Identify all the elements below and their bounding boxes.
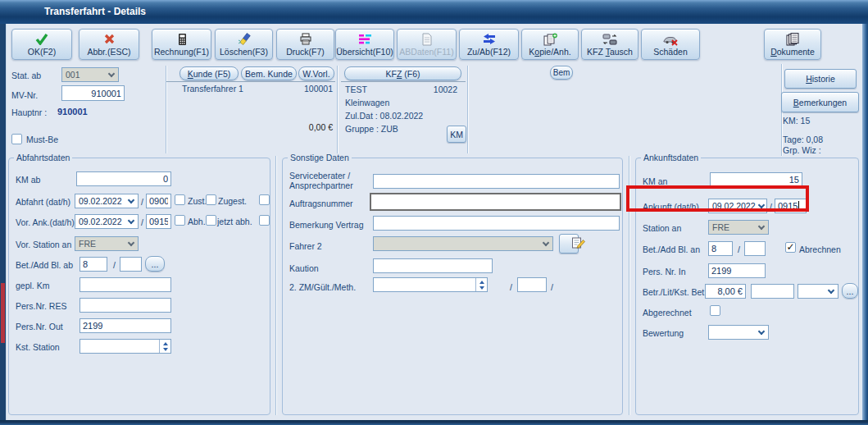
printer-icon (298, 33, 313, 46)
bet-add-an-input-1[interactable] (708, 241, 733, 256)
note-pencil-icon (552, 226, 585, 262)
km-ab-input[interactable] (76, 171, 171, 186)
abh-label: Abh. (188, 217, 206, 226)
jetzt-abh-label: jetzt abh. (217, 217, 252, 226)
druck-button[interactable]: Druck(F7) (276, 29, 334, 60)
abfahrt-label: Abfahrt (dat/h) (16, 197, 70, 207)
vor-ank-time-input[interactable] (146, 214, 171, 229)
ankunft-time-input[interactable]: 0915 (775, 199, 807, 213)
jetzt-abh-checkbox[interactable] (206, 215, 216, 226)
abh-checkbox-1[interactable] (175, 215, 185, 226)
spinner-arrows-icon[interactable] (475, 278, 487, 291)
historie-button[interactable]: Historie (784, 69, 857, 89)
bem-button[interactable]: Bem (550, 66, 573, 80)
spinner-arrows-icon[interactable] (159, 340, 170, 353)
bem-kunde-button[interactable]: Bem. Kunde (241, 66, 297, 80)
kunde-amount: 0,00 € (246, 122, 333, 132)
kfz-class: Kleinwagen (345, 98, 389, 107)
zm-spinner[interactable] (373, 277, 488, 292)
separator-slash: / (141, 217, 143, 227)
kopie-anhang-button[interactable]: Kopie/Anh. (521, 29, 579, 60)
betr-more-button[interactable]: ... (842, 283, 858, 299)
bemerkungen-button[interactable]: Bemerkungen (781, 92, 859, 112)
window-left-border (0, 24, 7, 420)
swap-vehicles-icon (602, 33, 617, 46)
bet-add-ab-input-2[interactable] (120, 257, 142, 272)
kfz-tausch-button[interactable]: KFZ Tausch (581, 29, 639, 60)
window-left-border-red-segment (1, 283, 5, 343)
serviceberater-label-line1: Serviceberater / (289, 171, 350, 181)
kfz-gruppe: Gruppe : ZUB (345, 124, 398, 134)
abrechnen-checkbox[interactable]: ✓ (785, 242, 796, 253)
km-button[interactable]: KM (447, 126, 466, 143)
ok-button[interactable]: OK(F2) (11, 29, 72, 60)
kst-station-spinner[interactable] (80, 339, 171, 354)
transfer-arrows-icon (481, 33, 498, 46)
chevron-down-icon (828, 286, 834, 293)
kunde-button[interactable]: Kunde (F5) (180, 66, 239, 80)
overview-bars-icon (358, 33, 372, 46)
chevron-down-icon (758, 327, 765, 334)
w-vorl-button[interactable]: W.Vorl. (298, 66, 334, 80)
serviceberater-label-line2: Ansprechpartner (289, 181, 353, 190)
bet-add-ab-label: Bet./Add Bl. ab (16, 260, 73, 270)
ankunft-date-dropdown[interactable]: 09.02.2022 (708, 199, 767, 213)
jetzt-abh-checkbox-2[interactable] (259, 215, 270, 226)
must-be-label: Must-Be (26, 135, 58, 144)
pers-nr-res-input[interactable] (80, 298, 171, 313)
zu-ab-button[interactable]: Zu/Ab(F12) (459, 29, 519, 60)
bet-add-ab-input-1[interactable] (80, 257, 107, 272)
sonstige-daten-group: Sonstige Daten Serviceberater / Ansprech… (282, 153, 623, 415)
mv-nr-label: MV-Nr. (11, 90, 38, 100)
km-an-input[interactable] (710, 172, 802, 187)
abfahrtsdaten-group: Abfahrtsdaten KM ab Abfahrt (dat/h) 09.0… (8, 153, 270, 415)
zust-label: Zust. (188, 196, 207, 206)
loeschen-button[interactable]: Löschen(F3) (215, 29, 273, 60)
zust-checkbox-1[interactable] (175, 194, 185, 205)
header-divider-1 (166, 66, 166, 153)
schaeden-button[interactable]: Schäden (641, 29, 700, 60)
kfz-zulassung: Zul.Dat : 08.02.2022 (345, 111, 423, 121)
title-bar: Transferfahrt - Details (0, 0, 868, 24)
abrechnen-label: Abrechnen (799, 244, 841, 254)
pers-nr-res-label: Pers.Nr. RES (16, 301, 66, 311)
bewertung-dropdown[interactable] (708, 325, 769, 340)
gepl-km-input[interactable] (80, 277, 171, 292)
zugest-checkbox-2[interactable] (259, 194, 270, 205)
abfahrt-date-dropdown[interactable]: 09.02.2022 (75, 194, 139, 208)
window-bottom-border (0, 420, 868, 425)
vor-ank-date-dropdown[interactable]: 09.02.2022 (75, 214, 139, 229)
kfz-button[interactable]: KFZ (F6) (344, 66, 461, 80)
abgerechnet-checkbox[interactable] (710, 305, 720, 316)
auftragsnummer-input[interactable] (370, 193, 621, 211)
sonstige-daten-title: Sonstige Daten (288, 153, 352, 162)
uebersicht-button[interactable]: Übersicht(F10) (335, 29, 394, 60)
kaution-input[interactable] (373, 258, 493, 273)
damage-car-icon (662, 33, 679, 46)
zm-input-2[interactable] (517, 277, 547, 292)
fahrer2-note-button[interactable] (559, 234, 579, 254)
cancel-button[interactable]: Abbr.(ESC) (79, 29, 139, 60)
bet-add-an-input-2[interactable] (744, 241, 766, 256)
separator-slash: / (770, 202, 772, 212)
zugest-checkbox[interactable] (206, 194, 216, 205)
chevron-down-icon (128, 239, 134, 245)
betr-input-2[interactable] (751, 284, 794, 299)
pers-nr-in-input[interactable] (708, 263, 766, 278)
rechnung-button[interactable]: Rechnung(F1) (152, 29, 211, 60)
copy-icon (543, 33, 557, 46)
bet-add-ab-more-button[interactable]: ... (145, 256, 165, 272)
abfahrt-time-input[interactable] (146, 194, 171, 208)
kunde-name: Transferfahrer 1 (182, 84, 243, 94)
vor-station-dropdown: FRE (75, 236, 139, 251)
window-title: Transferfahrt - Details (44, 6, 146, 17)
betr-dropdown[interactable] (798, 284, 838, 299)
dokumente-button[interactable]: Dokumente (764, 29, 821, 60)
must-be-checkbox[interactable] (11, 134, 22, 144)
zugest-label: Zugest. (218, 196, 247, 206)
betr-input-1[interactable] (705, 284, 746, 299)
pers-nr-out-input[interactable] (80, 318, 171, 333)
serviceberater-input[interactable] (373, 174, 620, 189)
window-right-border (862, 24, 868, 420)
mv-nr-input[interactable] (61, 85, 125, 101)
